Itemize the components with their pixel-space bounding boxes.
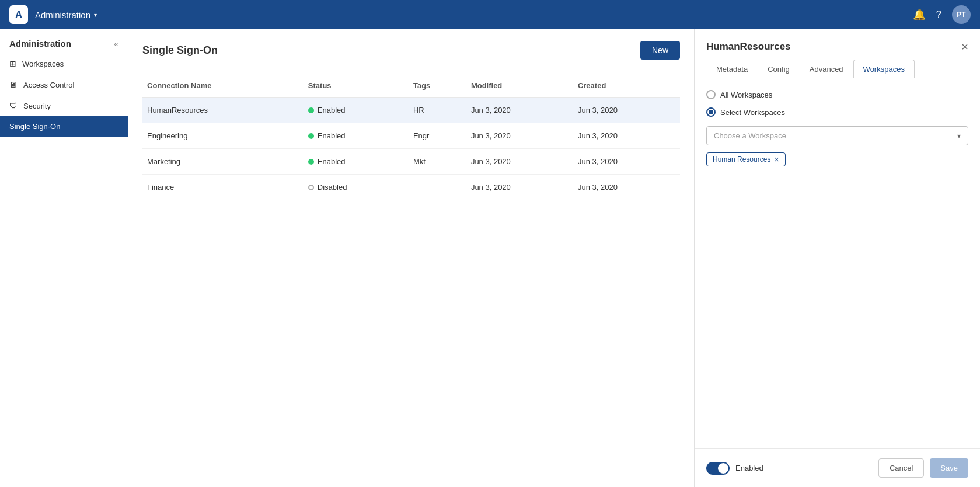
col-tags: Tags bbox=[409, 74, 466, 98]
cell-modified: Jun 3, 2020 bbox=[466, 123, 573, 149]
radio-all-circle bbox=[706, 90, 716, 99]
table-row[interactable]: Finance Disabled Jun 3, 2020 Jun 3, 2020 bbox=[142, 175, 680, 200]
cell-status: Enabled bbox=[304, 98, 409, 123]
cell-tags: Mkt bbox=[409, 149, 466, 175]
toggle-label: Enabled bbox=[735, 464, 763, 472]
title-chevron-icon: ▾ bbox=[94, 12, 97, 18]
cell-tags: HR bbox=[409, 98, 466, 123]
sidebar: Administration « ⊞ Workspaces 🖥 Access C… bbox=[0, 29, 128, 487]
app-logo: A bbox=[9, 5, 28, 24]
workspace-tag-remove-button[interactable]: × bbox=[774, 155, 779, 164]
cell-modified: Jun 3, 2020 bbox=[466, 98, 573, 123]
cell-tags bbox=[409, 175, 466, 200]
panel-header: HumanResources × bbox=[695, 29, 980, 53]
cell-tags: Engr bbox=[409, 123, 466, 149]
cell-created: Jun 3, 2020 bbox=[573, 98, 680, 123]
avatar[interactable]: PT bbox=[952, 5, 971, 24]
right-panel: HumanResources × Metadata Config Advance… bbox=[694, 29, 980, 487]
sidebar-item-single-sign-on[interactable]: Single Sign-On bbox=[0, 116, 128, 137]
cell-status: Enabled bbox=[304, 149, 409, 175]
status-dot bbox=[308, 107, 314, 113]
col-status: Status bbox=[304, 74, 409, 98]
sidebar-item-workspaces[interactable]: ⊞ Workspaces bbox=[0, 53, 128, 74]
page-title: Single Sign-On bbox=[142, 44, 218, 57]
dropdown-chevron-icon: ▾ bbox=[957, 132, 961, 140]
sidebar-item-access-control-label: Access Control bbox=[23, 81, 74, 89]
table-row[interactable]: HumanResources Enabled HR Jun 3, 2020 Ju… bbox=[142, 98, 680, 123]
cell-name: Finance bbox=[142, 175, 304, 200]
panel-tabs: Metadata Config Advanced Workspaces bbox=[695, 53, 980, 78]
workspace-dropdown[interactable]: Choose a Workspace ▾ bbox=[706, 126, 968, 145]
workspace-tag-human-resources: Human Resources × bbox=[706, 152, 786, 166]
status-dot bbox=[308, 185, 314, 190]
tab-workspaces[interactable]: Workspaces bbox=[853, 60, 915, 78]
workspace-radio-group: All Workspaces Select Workspaces bbox=[706, 90, 968, 117]
connections-table: Connection Name Status Tags Modified Cre… bbox=[142, 74, 680, 200]
status-dot bbox=[308, 133, 314, 139]
panel-close-button[interactable]: × bbox=[961, 41, 968, 53]
table-row[interactable]: Engineering Enabled Engr Jun 3, 2020 Jun… bbox=[142, 123, 680, 149]
cell-name: HumanResources bbox=[142, 98, 304, 123]
cell-created: Jun 3, 2020 bbox=[573, 149, 680, 175]
help-icon[interactable]: ? bbox=[936, 9, 941, 20]
col-created: Created bbox=[573, 74, 680, 98]
new-button[interactable]: New bbox=[640, 41, 680, 60]
col-modified: Modified bbox=[466, 74, 573, 98]
panel-title: HumanResources bbox=[706, 41, 791, 53]
cell-created: Jun 3, 2020 bbox=[573, 123, 680, 149]
tab-advanced[interactable]: Advanced bbox=[800, 60, 853, 78]
tab-metadata[interactable]: Metadata bbox=[706, 60, 758, 78]
status-dot bbox=[308, 159, 314, 165]
sidebar-collapse-button[interactable]: « bbox=[114, 39, 118, 48]
cell-created: Jun 3, 2020 bbox=[573, 175, 680, 200]
connections-table-container: Connection Name Status Tags Modified Cre… bbox=[128, 69, 694, 487]
app-title-dropdown[interactable]: Administration ▾ bbox=[35, 10, 97, 20]
security-icon: 🛡 bbox=[9, 101, 18, 110]
topnav: A Administration ▾ 🔔 ? PT bbox=[0, 0, 980, 29]
toggle-knob bbox=[718, 463, 728, 474]
sidebar-nav: ⊞ Workspaces 🖥 Access Control 🛡 Security… bbox=[0, 53, 128, 487]
sidebar-header: Administration « bbox=[0, 29, 128, 53]
workspace-dropdown-placeholder: Choose a Workspace bbox=[714, 131, 786, 140]
panel-workspaces-content: All Workspaces Select Workspaces Choose … bbox=[695, 78, 980, 448]
sidebar-item-security[interactable]: 🛡 Security bbox=[0, 95, 128, 116]
access-control-icon: 🖥 bbox=[9, 80, 18, 89]
cell-name: Marketing bbox=[142, 149, 304, 175]
bell-icon[interactable]: 🔔 bbox=[913, 8, 926, 21]
cell-name: Engineering bbox=[142, 123, 304, 149]
radio-select-circle bbox=[706, 107, 716, 117]
status-label: Enabled bbox=[318, 106, 346, 114]
enabled-toggle-area: Enabled bbox=[706, 462, 763, 475]
footer-buttons: Cancel Save bbox=[878, 458, 968, 478]
status-label: Disabled bbox=[318, 183, 347, 192]
workspace-tags-container: Human Resources × bbox=[706, 152, 968, 166]
cell-status: Enabled bbox=[304, 123, 409, 149]
tab-config[interactable]: Config bbox=[758, 60, 800, 78]
cell-modified: Jun 3, 2020 bbox=[466, 175, 573, 200]
cancel-button[interactable]: Cancel bbox=[878, 458, 924, 478]
cell-status: Disabled bbox=[304, 175, 409, 200]
sidebar-item-workspaces-label: Workspaces bbox=[22, 60, 64, 68]
radio-select-label: Select Workspaces bbox=[720, 108, 785, 117]
cell-modified: Jun 3, 2020 bbox=[466, 149, 573, 175]
sidebar-item-access-control[interactable]: 🖥 Access Control bbox=[0, 74, 128, 95]
sidebar-item-sso-label: Single Sign-On bbox=[9, 122, 60, 131]
main-header: Single Sign-On New bbox=[128, 29, 694, 69]
status-label: Enabled bbox=[318, 131, 346, 140]
panel-footer: Enabled Cancel Save bbox=[695, 448, 980, 487]
workspaces-icon: ⊞ bbox=[9, 59, 16, 68]
main-content: Single Sign-On New Connection Name Statu… bbox=[128, 29, 694, 487]
sidebar-title: Administration bbox=[9, 39, 71, 48]
workspace-tag-label: Human Resources bbox=[713, 155, 770, 164]
save-button[interactable]: Save bbox=[930, 458, 968, 478]
col-connection-name: Connection Name bbox=[142, 74, 304, 98]
sidebar-item-security-label: Security bbox=[23, 102, 51, 110]
radio-select-workspaces[interactable]: Select Workspaces bbox=[706, 107, 968, 117]
radio-all-workspaces[interactable]: All Workspaces bbox=[706, 90, 968, 99]
radio-all-label: All Workspaces bbox=[720, 91, 772, 99]
table-row[interactable]: Marketing Enabled Mkt Jun 3, 2020 Jun 3,… bbox=[142, 149, 680, 175]
app-name-label: Administration bbox=[35, 10, 90, 20]
enabled-toggle[interactable] bbox=[706, 462, 730, 475]
status-label: Enabled bbox=[318, 157, 346, 166]
